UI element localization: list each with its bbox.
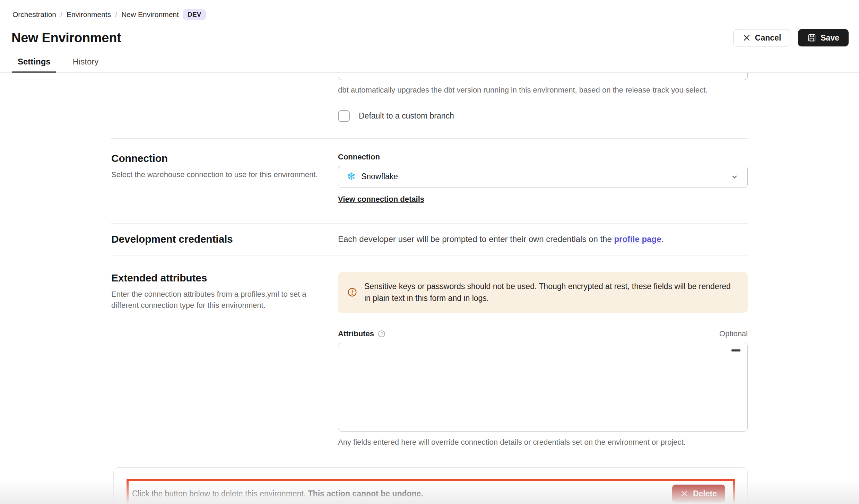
attributes-textarea[interactable] bbox=[338, 343, 747, 431]
cancel-button[interactable]: Cancel bbox=[733, 29, 790, 46]
custom-branch-checkbox[interactable] bbox=[338, 110, 350, 122]
save-button-label: Save bbox=[821, 33, 839, 43]
snowflake-icon: ❄ bbox=[347, 171, 356, 182]
extended-attributes-section: Extended attributes Enter the connection… bbox=[111, 272, 748, 448]
page-header: Orchestration / Environments / New Envir… bbox=[0, 0, 859, 46]
delete-x-icon bbox=[680, 490, 688, 497]
delete-warning-normal: Click the button below to delete this en… bbox=[132, 489, 308, 498]
section-divider bbox=[111, 138, 748, 139]
section-divider bbox=[111, 223, 748, 224]
header-actions: Cancel Save bbox=[733, 29, 849, 46]
tab-settings[interactable]: Settings bbox=[16, 57, 52, 72]
connection-description: Select the warehouse connection to use f… bbox=[111, 169, 323, 180]
save-button[interactable]: Save bbox=[798, 29, 849, 46]
attributes-field-label: Attributes bbox=[338, 329, 374, 338]
tab-history[interactable]: History bbox=[71, 57, 100, 72]
dev-credentials-text-before: Each developer user will be prompted to … bbox=[338, 234, 614, 244]
section-divider bbox=[111, 255, 748, 255]
connection-select[interactable]: ❄ Snowflake bbox=[338, 166, 748, 188]
dev-credentials-text: Each developer user will be prompted to … bbox=[338, 233, 748, 245]
fold-collapse-icon[interactable] bbox=[731, 349, 740, 351]
view-connection-details-link[interactable]: View connection details bbox=[338, 195, 424, 204]
delete-warning-bold: This action cannot be undone. bbox=[308, 489, 423, 498]
breadcrumb: Orchestration / Environments / New Envir… bbox=[12, 9, 849, 20]
danger-zone-card: Click the button below to delete this en… bbox=[113, 467, 748, 504]
settings-form: dbt automatically upgrades the dbt versi… bbox=[111, 73, 748, 504]
dev-credentials-heading: Development credentials bbox=[111, 233, 323, 245]
dev-credentials-section: Development credentials Each developer u… bbox=[111, 233, 748, 245]
close-icon bbox=[743, 34, 751, 42]
cancel-button-label: Cancel bbox=[755, 33, 781, 43]
chevron-down-icon bbox=[730, 172, 739, 181]
warning-text: Sensitive keys or passwords should not b… bbox=[364, 280, 739, 304]
attributes-editor bbox=[338, 343, 748, 432]
delete-button-label: Delete bbox=[693, 489, 717, 498]
connection-heading: Connection bbox=[111, 153, 323, 164]
extended-attributes-description: Enter the connection attributes from a p… bbox=[111, 289, 323, 311]
optional-label: Optional bbox=[719, 329, 748, 338]
annotation-highlight-box: Click the button below to delete this en… bbox=[127, 479, 735, 504]
help-circle-icon[interactable]: ? bbox=[378, 330, 386, 338]
connection-field-label: Connection bbox=[338, 153, 748, 162]
tab-bar: Settings History bbox=[0, 57, 859, 73]
breadcrumb-environments[interactable]: Environments bbox=[67, 10, 111, 19]
env-dev-badge: DEV bbox=[183, 9, 206, 20]
attributes-helper: Any fields entered here will override co… bbox=[338, 437, 748, 448]
breadcrumb-new-environment[interactable]: New Environment bbox=[121, 10, 179, 19]
extended-attributes-heading: Extended attributes bbox=[111, 272, 323, 284]
profile-page-link[interactable]: profile page bbox=[614, 234, 661, 244]
breadcrumb-orchestration[interactable]: Orchestration bbox=[12, 10, 56, 19]
save-disk-icon bbox=[807, 33, 816, 42]
release-track-input-clipped[interactable] bbox=[338, 73, 748, 80]
page-title: New Environment bbox=[11, 31, 121, 45]
connection-section: Connection Select the warehouse connecti… bbox=[111, 153, 748, 204]
svg-text:?: ? bbox=[381, 331, 383, 336]
connection-selected-value: Snowflake bbox=[361, 172, 724, 181]
breadcrumb-separator: / bbox=[115, 10, 117, 19]
custom-branch-label: Default to a custom branch bbox=[359, 111, 454, 121]
delete-warning-text: Click the button below to delete this en… bbox=[132, 489, 672, 498]
sensitive-keys-warning: Sensitive keys or passwords should not b… bbox=[338, 272, 748, 313]
alert-circle-icon bbox=[347, 287, 357, 297]
delete-button[interactable]: Delete bbox=[672, 485, 725, 503]
release-track-helper: dbt automatically upgrades the dbt versi… bbox=[338, 85, 748, 96]
dev-credentials-text-after: . bbox=[661, 234, 663, 244]
breadcrumb-separator: / bbox=[60, 10, 62, 19]
